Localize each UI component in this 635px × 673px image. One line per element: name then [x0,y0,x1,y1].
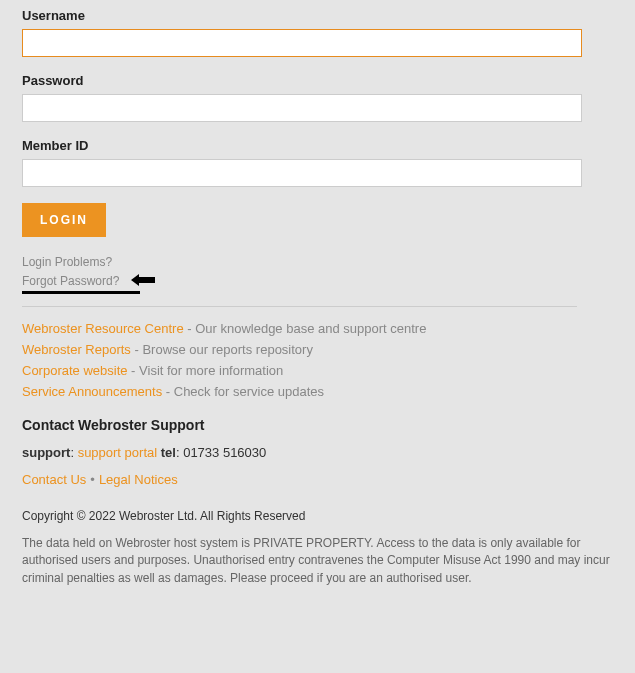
contact-us-link[interactable]: Contact Us [22,472,86,487]
password-field: Password [22,73,613,122]
corporate-desc: - Visit for more information [128,363,284,378]
arrow-left-icon [129,273,159,290]
reports-link[interactable]: Webroster Reports [22,342,131,357]
contact-line: Contact Us•Legal Notices [22,472,613,487]
tel-value: : 01733 516030 [176,445,266,460]
support-heading: Contact Webroster Support [22,417,613,433]
resource-centre-link[interactable]: Webroster Resource Centre [22,321,184,336]
resource-links: Webroster Resource Centre - Our knowledg… [22,321,613,399]
login-button[interactable]: LOGIN [22,203,106,237]
announcements-link[interactable]: Service Announcements [22,384,162,399]
divider [22,306,577,307]
tel-label: tel [161,445,176,460]
login-problems-link[interactable]: Login Problems? [22,255,112,269]
bullet-separator: • [90,472,95,487]
username-field: Username [22,8,613,57]
corporate-link[interactable]: Corporate website [22,363,128,378]
support-label: support [22,445,70,460]
support-portal-link[interactable]: support portal [78,445,158,460]
password-label: Password [22,73,613,88]
forgot-password-link[interactable]: Forgot Password? [22,274,119,288]
memberid-input[interactable] [22,159,582,187]
disclaimer-text: The data held on Webroster host system i… [22,535,613,587]
resource-centre-desc: - Our knowledge base and support centre [184,321,427,336]
reports-desc: - Browse our reports repository [131,342,313,357]
support-line: support: support portal tel: 01733 51603… [22,445,613,460]
support-colon: : [70,445,77,460]
announcements-desc: - Check for service updates [162,384,324,399]
memberid-field: Member ID [22,138,613,187]
memberid-label: Member ID [22,138,613,153]
help-links: Login Problems? Forgot Password? [22,255,613,294]
username-label: Username [22,8,613,23]
underline-annotation [22,291,140,294]
legal-notices-link[interactable]: Legal Notices [99,472,178,487]
copyright-text: Copyright © 2022 Webroster Ltd. All Righ… [22,509,613,523]
username-input[interactable] [22,29,582,57]
password-input[interactable] [22,94,582,122]
